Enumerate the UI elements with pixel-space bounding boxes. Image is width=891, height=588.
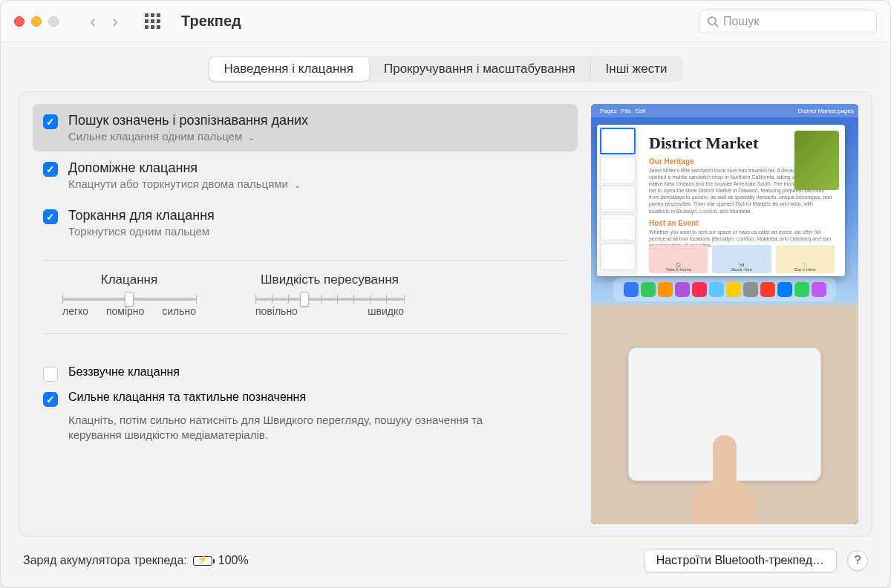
svg-line-1 (715, 24, 718, 27)
secondary-click-title: Допоміжне клацання (68, 160, 301, 176)
preview-dock (613, 278, 836, 301)
lookup-title: Пошук означень і розпізнавання даних (68, 113, 308, 128)
tab-scroll-zoom[interactable]: Прокручування і масштабування (369, 57, 591, 81)
option-tap-to-click[interactable]: Торкання для клацання Торкнутися одним п… (33, 199, 578, 246)
close-button[interactable] (14, 16, 25, 27)
secondary-click-subtitle[interactable]: Клацнути або торкнутися двома пальцями ⌄ (68, 177, 301, 190)
svg-point-0 (708, 17, 716, 24)
click-slider-block: Клацання легко помірно сильно (62, 272, 196, 317)
preview-screen: PagesFileEdit District Market.pages Dist… (591, 104, 858, 304)
search-field[interactable]: Пошук (699, 10, 877, 33)
tab-bar: Наведення і клацання Прокручування і мас… (208, 56, 684, 82)
chevron-down-icon: ⌄ (248, 133, 255, 142)
zoom-button (48, 16, 59, 27)
click-slider-title: Клацання (62, 272, 196, 287)
preview-menubar: PagesFileEdit District Market.pages (591, 104, 858, 117)
show-all-icon[interactable] (145, 13, 160, 29)
lookup-checkbox[interactable] (43, 114, 58, 129)
option-secondary-click[interactable]: Допоміжне клацання Клацнути або торкнути… (33, 151, 578, 199)
battery-icon (193, 556, 212, 566)
tap-to-click-checkbox[interactable] (43, 209, 58, 224)
preview-trackpad-area (591, 304, 858, 524)
tab-point-click[interactable]: Наведення і клацання (209, 57, 369, 81)
battery-value: 100% (218, 554, 249, 567)
bluetooth-setup-button[interactable]: Настроїти Bluetooth-трекпед… (644, 549, 837, 572)
titlebar: ‹ › Трекпед Пошук (1, 1, 890, 42)
tracking-slider[interactable] (255, 298, 404, 301)
nav-arrows: ‹ › (90, 11, 118, 32)
divider (43, 260, 567, 261)
option-force-click[interactable]: Сильне клацання та тактильне позначення (43, 386, 567, 411)
tracking-slider-labels: повільно швидко (255, 305, 404, 317)
search-icon (707, 16, 719, 27)
option-silent-click[interactable]: Беззвучне клацання (43, 361, 567, 386)
tap-to-click-subtitle: Торкнутися одним пальцем (68, 225, 215, 238)
secondary-click-checkbox[interactable] (43, 162, 58, 177)
tap-to-click-title: Торкання для клацання (68, 208, 215, 223)
lookup-subtitle[interactable]: Сильне клацання одним пальцем ⌄ (68, 130, 308, 143)
tracking-slider-knob[interactable] (300, 292, 309, 307)
click-slider-knob[interactable] (125, 292, 134, 307)
forward-button: › (112, 11, 118, 32)
tracking-slider-block: Швидкість пересування повільно швидко (255, 272, 404, 317)
footer-bar: Заряд акумулятора трекпеда: 100% Настрої… (1, 549, 890, 587)
options-column: Пошук означень і розпізнавання даних Сил… (19, 104, 578, 524)
preview-app-window: District Market Our Heritage Janet Mille… (597, 125, 845, 276)
click-slider[interactable] (62, 298, 196, 301)
preferences-window: ‹ › Трекпед Пошук Наведення і клацання П… (0, 0, 891, 588)
click-slider-labels: легко помірно сильно (62, 305, 196, 317)
silent-click-checkbox[interactable] (43, 367, 58, 382)
silent-click-title: Беззвучне клацання (68, 365, 180, 379)
battery-label: Заряд акумулятора трекпеда: (23, 554, 187, 567)
search-placeholder: Пошук (723, 15, 759, 28)
force-click-title: Сильне клацання та тактильне позначення (68, 391, 306, 404)
bottom-options: Беззвучне клацання Сильне клацання та та… (33, 361, 578, 443)
chevron-down-icon: ⌄ (294, 180, 301, 189)
preview-image (794, 131, 839, 190)
preview-finger (691, 435, 758, 524)
option-lookup[interactable]: Пошук означень і розпізнавання даних Сил… (33, 104, 578, 151)
minimize-button[interactable] (31, 16, 42, 27)
window-title: Трекпед (181, 13, 241, 30)
force-click-checkbox[interactable] (43, 392, 58, 407)
window-controls (14, 16, 59, 27)
help-button[interactable]: ? (847, 550, 868, 571)
back-button[interactable]: ‹ (90, 11, 96, 32)
tracking-slider-title: Швидкість пересування (255, 272, 404, 287)
preview-document: District Market Our Heritage Janet Mille… (639, 125, 845, 276)
force-click-description: Клацніть, потім сильно натисніть для Шви… (68, 413, 484, 443)
gesture-preview: PagesFileEdit District Market.pages Dist… (591, 104, 858, 524)
sliders-row: Клацання легко помірно сильно Швидкість (33, 272, 578, 317)
tab-more-gestures[interactable]: Інші жести (591, 57, 682, 81)
settings-panel: Пошук означень і розпізнавання даних Сил… (19, 91, 872, 537)
preview-sidebar (597, 125, 639, 276)
divider (43, 333, 567, 334)
